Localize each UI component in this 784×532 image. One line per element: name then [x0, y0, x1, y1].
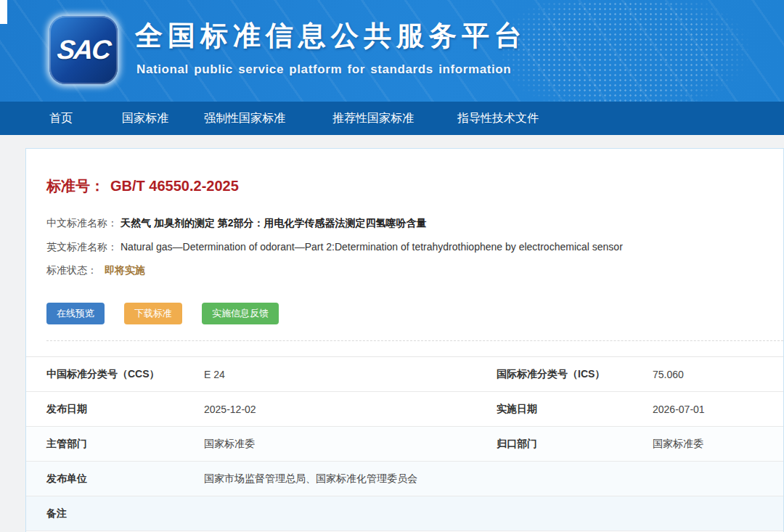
english-name-value: Natural gas—Determination of odorant—Par…	[121, 241, 623, 253]
publish-date-value: 2025-12-02	[204, 404, 256, 415]
remarks-label: 备注	[46, 507, 67, 520]
sac-logo-text: SAC	[56, 35, 112, 65]
english-name-label: 英文标准名称：	[46, 241, 118, 253]
ics-label: 国际标准分类号（ICS）	[497, 368, 605, 381]
english-name-row: 英文标准名称：Natural gas—Determination of odor…	[46, 241, 623, 254]
publisher-label: 发布单位	[46, 472, 87, 486]
standard-detail-card: 标准号：GB/T 46550.2-2025 中文标准名称：天然气 加臭剂的测定 …	[25, 148, 784, 532]
table-row-remarks: 备注	[26, 496, 783, 531]
ics-value: 75.060	[653, 369, 684, 380]
main-nav: 首页 国家标准 强制性国家标准 推荐性国家标准 指导性技术文件	[0, 102, 784, 135]
implementation-feedback-button[interactable]: 实施信息反馈	[202, 303, 279, 324]
online-preview-button[interactable]: 在线预览	[46, 303, 105, 324]
site-title: 全国标准信息公共服务平台	[135, 17, 527, 54]
implement-date-label: 实施日期	[497, 403, 537, 416]
world-map-dots-decoration	[501, 0, 784, 102]
nav-item-recommended-standards[interactable]: 推荐性国家标准	[332, 102, 414, 135]
nav-item-national-standards[interactable]: 国家标准	[122, 102, 168, 135]
sac-logo[interactable]: SAC	[49, 16, 118, 84]
centralized-dept-label: 归口部门	[497, 438, 537, 451]
publisher-value: 国家市场监督管理总局、国家标准化管理委员会	[204, 472, 417, 486]
standard-number-value: GB/T 46550.2-2025	[110, 178, 239, 194]
ccs-label: 中国标准分类号（CCS）	[46, 368, 160, 381]
status-row: 标准状态：即将实施	[46, 264, 145, 277]
implement-date-value: 2026-07-01	[653, 404, 705, 415]
nav-item-home[interactable]: 首页	[49, 102, 73, 135]
table-row-classification: 中国标准分类号（CCS） E 24 国际标准分类号（ICS） 75.060	[26, 357, 783, 392]
dashed-divider	[46, 340, 783, 341]
window-edge-artifact	[0, 0, 7, 24]
standard-number-label: 标准号：	[46, 178, 105, 194]
centralized-dept-value: 国家标准委	[653, 438, 703, 451]
site-header: SAC 全国标准信息公共服务平台 National public service…	[0, 0, 784, 102]
chinese-name-label: 中文标准名称：	[46, 217, 118, 229]
table-row-publisher: 发布单位 国家市场监督管理总局、国家标准化管理委员会	[26, 462, 783, 496]
status-label: 标准状态：	[46, 264, 97, 276]
details-table: 中国标准分类号（CCS） E 24 国际标准分类号（ICS） 75.060 发布…	[26, 356, 783, 531]
status-badge: 即将实施	[105, 264, 145, 276]
chinese-name-value: 天然气 加臭剂的测定 第2部分：用电化学传感器法测定四氢噻吩含量	[121, 217, 427, 229]
publish-date-label: 发布日期	[46, 403, 87, 416]
competent-dept-label: 主管部门	[46, 438, 87, 451]
chinese-name-row: 中文标准名称：天然气 加臭剂的测定 第2部分：用电化学传感器法测定四氢噻吩含量	[46, 217, 427, 230]
ccs-value: E 24	[204, 369, 225, 380]
standard-number-heading: 标准号：GB/T 46550.2-2025	[46, 176, 239, 196]
competent-dept-value: 国家标准委	[204, 438, 255, 451]
download-standard-button[interactable]: 下载标准	[124, 303, 182, 324]
nav-item-mandatory-standards[interactable]: 强制性国家标准	[204, 102, 285, 135]
site-subtitle: National public service platform for sta…	[136, 62, 511, 77]
nav-item-guiding-documents[interactable]: 指导性技术文件	[457, 102, 539, 135]
table-row-dates: 发布日期 2025-12-02 实施日期 2026-07-01	[26, 392, 783, 427]
table-row-departments: 主管部门 国家标准委 归口部门 国家标准委	[26, 427, 783, 462]
